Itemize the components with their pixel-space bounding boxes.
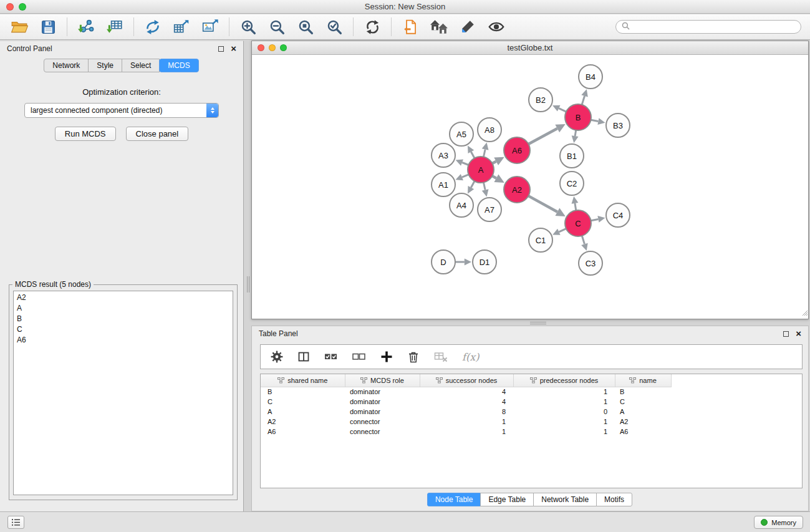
node-A6[interactable]: A6 [504, 137, 530, 163]
tab-select[interactable]: Select [122, 59, 160, 72]
node-C2[interactable]: C2 [560, 172, 584, 195]
node-C4[interactable]: C4 [606, 203, 630, 227]
column-header-predecessor-nodes[interactable]: predecessor nodes [513, 374, 615, 387]
show-details-eye-icon[interactable] [486, 16, 507, 37]
vertical-splitter[interactable] [246, 276, 250, 293]
float-table-panel-icon[interactable] [783, 331, 789, 337]
edge-A2-C[interactable] [528, 196, 565, 216]
tab-network[interactable]: Network [44, 59, 89, 72]
edge-A-A4[interactable] [468, 181, 475, 193]
tab-node-table[interactable]: Node Table [427, 493, 481, 506]
close-panel-icon[interactable]: × [231, 46, 236, 52]
edge-A-A1[interactable] [455, 174, 468, 180]
open-session-doc-icon[interactable] [400, 16, 421, 37]
table-row[interactable]: Adominator80A [261, 407, 671, 417]
column-header-MCDS-role[interactable]: MCDS role [345, 374, 420, 387]
mcds-result-item[interactable]: C [14, 324, 233, 335]
node-A1[interactable]: A1 [432, 173, 455, 196]
tab-network-table[interactable]: Network Table [533, 493, 597, 506]
zoom-window-icon[interactable] [19, 3, 26, 11]
add-column-icon[interactable] [380, 351, 393, 363]
edge-C-C3[interactable] [581, 236, 587, 251]
search-input[interactable] [634, 22, 795, 31]
column-header-name[interactable]: name [615, 374, 671, 387]
node-A2[interactable]: A2 [504, 177, 530, 203]
delete-column-icon[interactable] [407, 351, 420, 363]
tab-mcds[interactable]: MCDS [159, 59, 198, 72]
node-B[interactable]: B [565, 104, 591, 130]
memory-button[interactable]: Memory [754, 516, 803, 529]
table-row[interactable]: A2connector11A2 [261, 417, 671, 427]
home-view-icon[interactable] [428, 16, 450, 37]
run-mcds-button[interactable]: Run MCDS [55, 127, 116, 141]
table-row[interactable]: A6connector11A6 [261, 427, 671, 437]
edge-A6-B[interactable] [528, 124, 565, 144]
import-table-file-icon[interactable] [104, 16, 125, 37]
horizontal-splitter[interactable] [530, 321, 546, 325]
zoom-view-icon[interactable] [280, 44, 287, 51]
zoom-out-icon[interactable] [266, 16, 287, 37]
search-box[interactable] [615, 20, 801, 34]
close-window-icon[interactable] [6, 3, 14, 11]
minimize-view-icon[interactable] [269, 44, 276, 51]
deselect-all-icon[interactable] [352, 351, 366, 363]
zoom-selected-icon[interactable] [324, 16, 345, 37]
node-B2[interactable]: B2 [529, 88, 552, 112]
edge-B-B1[interactable] [572, 130, 579, 143]
select-all-icon[interactable] [324, 351, 338, 363]
table-row[interactable]: Bdominator41B [261, 387, 671, 397]
tab-motifs[interactable]: Motifs [596, 493, 632, 506]
node-C3[interactable]: C3 [579, 251, 602, 275]
node-D1[interactable]: D1 [473, 250, 496, 274]
table-mode-icon[interactable] [297, 351, 310, 363]
mcds-result-list[interactable]: A2ABCA6 [13, 291, 233, 495]
column-header-shared-name[interactable]: shared name [261, 374, 345, 387]
resize-grip-icon[interactable] [801, 307, 808, 318]
open-folder-icon[interactable] [9, 16, 30, 37]
node-A4[interactable]: A4 [450, 193, 473, 217]
delete-table-icon[interactable] [434, 351, 448, 363]
close-panel-button[interactable]: Close panel [126, 127, 189, 141]
edge-A-A5[interactable] [468, 145, 475, 158]
edge-B-B2[interactable] [552, 105, 566, 112]
edge-B-B4[interactable] [581, 89, 588, 105]
float-panel-icon[interactable] [218, 46, 224, 52]
refresh-view-icon[interactable] [362, 16, 383, 37]
node-B1[interactable]: B1 [560, 144, 584, 168]
node-D[interactable]: D [432, 250, 455, 274]
node-A[interactable]: A [468, 157, 494, 183]
close-view-icon[interactable] [258, 44, 264, 51]
mcds-result-item[interactable]: A2 [14, 293, 233, 303]
export-image-icon[interactable] [200, 16, 221, 37]
edge-A-A3[interactable] [456, 159, 469, 165]
function-builder-icon[interactable]: f(x) [462, 351, 479, 363]
node-B4[interactable]: B4 [579, 65, 602, 89]
node-A5[interactable]: A5 [450, 122, 473, 146]
export-table-icon[interactable] [171, 16, 192, 37]
tab-style[interactable]: Style [88, 59, 122, 72]
node-A3[interactable]: A3 [432, 143, 455, 167]
edge-D-D1[interactable] [455, 259, 471, 266]
gear-icon[interactable] [271, 351, 283, 363]
table-row[interactable]: Cdominator41C [261, 397, 671, 407]
close-table-panel-icon[interactable]: × [796, 331, 801, 337]
network-canvas[interactable]: AA1A2A3A4A5A6A7A8BB1B2B3B4CC1C2C3C4DD1 [252, 56, 808, 319]
node-A8[interactable]: A8 [478, 118, 501, 142]
edge-C-C4[interactable] [591, 216, 605, 223]
task-history-button[interactable] [7, 516, 24, 529]
edge-A-A6[interactable] [493, 157, 504, 165]
criterion-dropdown[interactable]: largest connected component (directed) [24, 103, 219, 118]
node-C1[interactable]: C1 [529, 228, 552, 252]
edge-C-C1[interactable] [552, 229, 566, 235]
export-network-icon[interactable] [142, 16, 163, 37]
tab-edge-table[interactable]: Edge Table [480, 493, 534, 506]
node-A7[interactable]: A7 [478, 198, 501, 221]
mcds-result-item[interactable]: B [14, 314, 233, 324]
node-C[interactable]: C [565, 210, 591, 236]
node-B3[interactable]: B3 [606, 114, 630, 137]
edge-C-C2[interactable] [572, 196, 579, 211]
zoom-fit-icon[interactable] [295, 16, 316, 37]
apply-style-icon[interactable] [457, 16, 478, 37]
edge-A-A2[interactable] [492, 174, 504, 182]
mcds-result-item[interactable]: A6 [14, 335, 233, 346]
